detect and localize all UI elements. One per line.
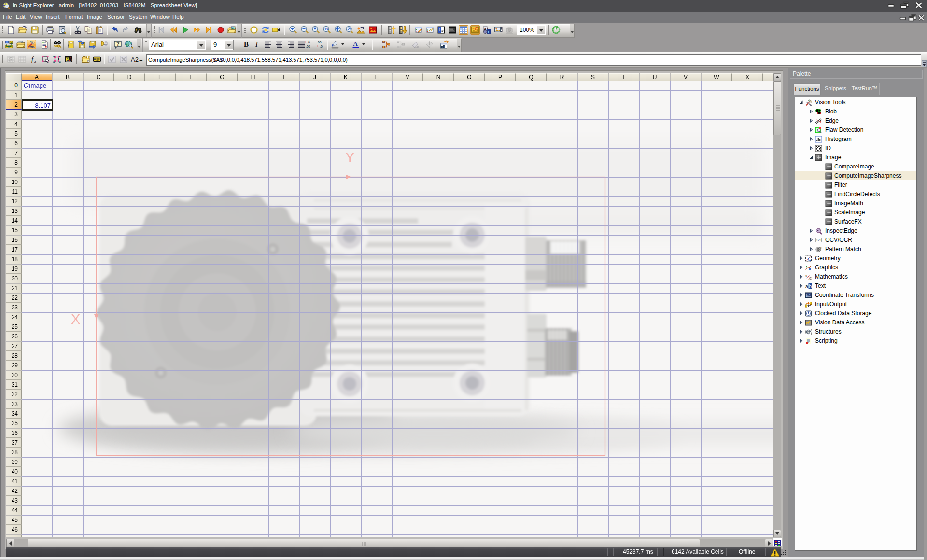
svg-text:.01: .01 xyxy=(808,277,812,280)
svg-text:I: I xyxy=(255,41,258,48)
svg-text:Y: Y xyxy=(345,150,354,165)
svg-text:X: X xyxy=(71,311,80,327)
svg-text:A: A xyxy=(353,40,358,47)
svg-text:.00: .00 xyxy=(317,41,322,44)
svg-text:b: b xyxy=(809,284,812,289)
svg-text:123: 123 xyxy=(415,46,420,49)
svg-text:a: a xyxy=(805,284,808,289)
svg-text:.0: .0 xyxy=(307,41,310,44)
svg-text:?: ? xyxy=(116,41,120,47)
svg-text:B: B xyxy=(244,41,249,48)
svg-text:1x: 1x xyxy=(324,28,328,31)
svg-text:T: T xyxy=(488,30,490,34)
svg-text:1: 1 xyxy=(67,57,69,62)
svg-text:.00: .00 xyxy=(306,45,310,48)
svg-text:.0: .0 xyxy=(320,45,323,48)
svg-text:123: 123 xyxy=(816,238,821,242)
svg-text:x: x xyxy=(34,59,36,64)
svg-text:$: $ xyxy=(9,56,12,62)
